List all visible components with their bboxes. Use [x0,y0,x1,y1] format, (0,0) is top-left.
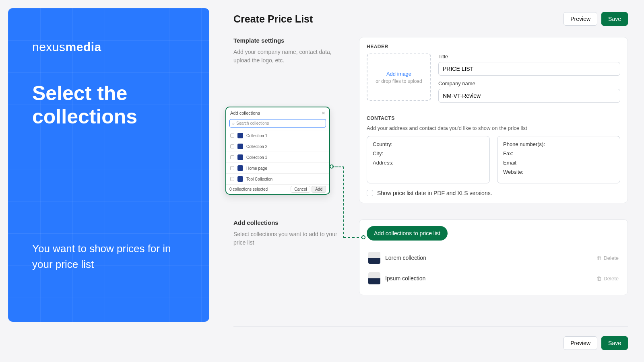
divider [233,326,628,327]
preview-button[interactable]: Preview [564,12,597,26]
collection-thumb-icon [237,144,243,149]
trash-icon: 🗑 [597,276,602,282]
delete-button[interactable]: 🗑 Delete [597,276,619,282]
collection-thumb-icon [368,272,380,284]
connector-line [332,167,344,167]
hero-panel: nexusmedia Select the collections You wa… [8,8,209,322]
header-contacts-card: HEADER Add image or drop files to upload… [359,37,628,203]
collection-thumb-icon [237,165,243,171]
template-settings-desc: Add your company name, contact data, upl… [233,48,346,65]
hero-subtitle: You want to show prices for in your pric… [32,241,185,272]
modal-checkbox[interactable] [230,155,234,159]
collection-row: Lorem collection 🗑 Delete [367,248,620,268]
add-collections-modal-preview: Add collections ✕ ⌕ Search collections C… [225,107,330,195]
brand-logo: nexusmedia [32,40,185,54]
collection-name: Lorem collection [385,255,597,261]
trash-icon: 🗑 [597,255,602,261]
company-input[interactable] [438,89,620,103]
contacts-right-box[interactable]: Phone number(s): Fax: Email: Website: [497,136,620,183]
close-icon[interactable]: ✕ [322,111,325,116]
add-collections-heading: Add collections [233,219,346,226]
collection-thumb-icon [237,133,243,138]
modal-checkbox[interactable] [230,177,234,181]
contact-fax: Fax: [503,150,614,156]
connector-line [343,167,344,238]
title-field-label: Title [438,53,620,60]
collection-name: Ipsum collection [385,275,597,282]
upload-hint: or drop files to upload [376,78,422,84]
contact-address: Address: [373,160,484,166]
save-button[interactable]: Save [601,12,628,26]
show-date-checkbox[interactable] [367,190,373,196]
collection-thumb-icon [237,176,243,182]
header-label: HEADER [367,44,620,49]
contacts-label: CONTACTS [367,115,620,121]
search-icon: ⌕ [232,121,235,125]
modal-add-button[interactable]: Add [312,186,326,193]
modal-checkbox[interactable] [230,134,234,138]
save-button[interactable]: Save [601,336,628,350]
preview-button[interactable]: Preview [564,336,597,350]
contact-country: Country: [373,141,484,147]
show-date-label: Show price list date in PDF and XLS vers… [377,190,492,196]
hero-title: Select the collections [32,82,185,128]
modal-checkbox[interactable] [230,144,234,148]
collection-thumb-icon [368,252,380,264]
contact-phone: Phone number(s): [503,141,614,147]
add-collections-button[interactable]: Add collections to price list [367,226,448,241]
contact-email: Email: [503,160,614,166]
collection-thumb-icon [237,154,243,160]
add-image-link[interactable]: Add image [386,71,411,77]
connector-line [343,237,363,238]
modal-checkbox[interactable] [230,166,234,170]
modal-search-input[interactable]: ⌕ Search collections [229,119,326,128]
modal-cancel-button[interactable]: Cancel [291,186,310,193]
contacts-left-box[interactable]: Country: City: Address: [367,136,490,183]
collections-card: Add collections to price list Lorem coll… [359,219,628,295]
connector-dot [361,235,365,239]
contacts-desc: Add your address and contact data you'd … [367,125,620,131]
template-settings-heading: Template settings [233,37,346,44]
modal-selected-count: 0 collections selected [229,187,268,191]
page-title: Create Price List [233,13,313,25]
modal-title: Add collections [230,111,260,116]
company-field-label: Company name [438,80,620,86]
collection-row: Ipsum collection 🗑 Delete [367,268,620,288]
add-collections-desc: Select collections you want to add to yo… [233,230,346,247]
contact-website: Website: [503,169,614,175]
image-uploader[interactable]: Add image or drop files to upload [367,53,431,101]
delete-button[interactable]: 🗑 Delete [597,255,619,261]
title-input[interactable] [438,62,620,76]
contact-city: City: [373,150,484,156]
